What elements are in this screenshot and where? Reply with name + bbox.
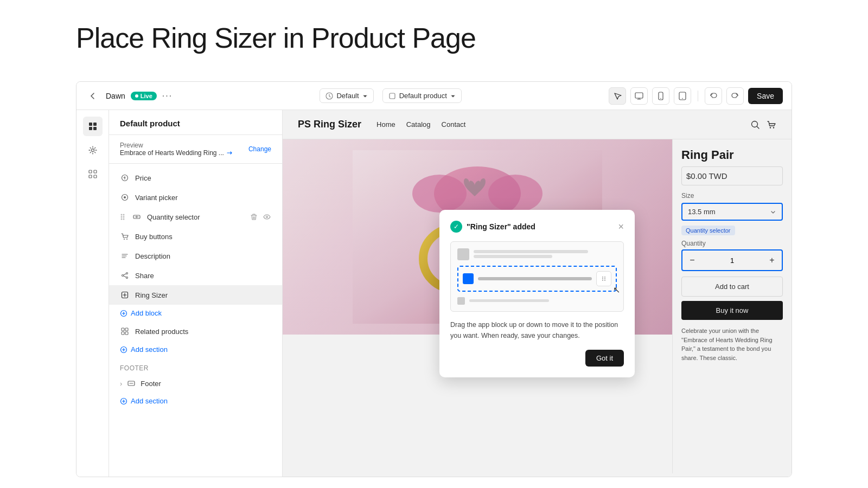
popup-check-icon: ✓ [450, 221, 462, 233]
svg-point-55 [604, 280, 605, 281]
variant-label: Variant picker [135, 194, 178, 202]
ring-sizer-icon [120, 290, 130, 300]
quantity-delete-button[interactable] [250, 213, 258, 221]
panel-item-share[interactable]: Share [109, 266, 282, 285]
svg-point-53 [604, 278, 605, 279]
default-product-label: Default product [399, 92, 447, 100]
desktop-view-button[interactable] [630, 87, 648, 105]
add-section-2-button[interactable]: Add section [109, 393, 282, 409]
svg-point-52 [602, 278, 603, 279]
panel-item-ring-sizer[interactable]: Ring Sizer [109, 285, 282, 305]
popup-footer: Got it [450, 350, 624, 367]
svg-point-21 [121, 216, 123, 218]
store-name: Dawn [106, 92, 125, 100]
popup-title: "Ring Sizer" added [467, 222, 535, 231]
popup-dialog: ✓ "Ring Sizer" added × [439, 210, 635, 377]
preview-label: Preview [120, 142, 233, 149]
related-icon [120, 326, 130, 336]
svg-rect-10 [93, 127, 97, 130]
svg-rect-15 [94, 175, 97, 178]
pp-line-2 [474, 255, 552, 258]
add-section-2-label: Add section [131, 397, 168, 405]
pp-line-group-1 [474, 250, 617, 258]
svg-rect-36 [122, 332, 124, 335]
preview-area: PS Ring Sizer Home Catalog Contact [283, 110, 792, 477]
svg-point-18 [124, 196, 126, 198]
footer-icon [126, 378, 136, 388]
popup-overlay: ✓ "Ring Sizer" added × [283, 110, 792, 477]
undo-button[interactable] [705, 87, 722, 105]
quantity-item-actions [250, 213, 271, 221]
panel-content: Price Variant picker [109, 164, 282, 477]
buy-icon [120, 232, 130, 241]
share-icon [120, 271, 130, 280]
live-label: Live [141, 93, 152, 99]
popup-preview-sub [457, 297, 617, 305]
ring-sizer-label: Ring Sizer [135, 291, 168, 299]
svg-point-30 [126, 277, 128, 279]
footer-label: Footer [141, 380, 161, 388]
panel-item-related[interactable]: Related products [109, 322, 282, 341]
buy-label: Buy buttons [135, 233, 173, 241]
panel-item-description[interactable]: Description [109, 246, 282, 266]
svg-rect-2 [635, 93, 643, 98]
redo-button[interactable] [726, 87, 744, 105]
mobile-view-button[interactable] [652, 87, 669, 105]
panel-item-quantity[interactable]: Quantity selector [109, 207, 282, 227]
quantity-label: Quantity selector [147, 213, 200, 221]
panel-title: Default product [120, 119, 271, 128]
preview-change-button[interactable]: Change [248, 145, 271, 153]
panel-item-price[interactable]: Price [109, 168, 282, 188]
pp-line-1 [474, 250, 588, 253]
page-title: Place Ring Sizer in Product Page [76, 22, 868, 54]
panel: Default product Preview Embrace of Heart… [109, 110, 283, 477]
icon-sidebar [76, 110, 109, 477]
svg-point-11 [91, 149, 94, 152]
svg-rect-1 [390, 93, 395, 99]
add-section-1-label: Add section [131, 345, 168, 354]
price-label: Price [135, 174, 151, 182]
sidebar-icon-settings[interactable] [83, 140, 103, 160]
default-dropdown[interactable]: Default [320, 88, 373, 103]
sidebar-icon-sections[interactable] [83, 117, 103, 136]
default-product-dropdown[interactable]: Default product [382, 88, 462, 103]
panel-item-variant[interactable]: Variant picker [109, 188, 282, 207]
topbar-right: Save [609, 87, 783, 105]
select-tool-button[interactable] [609, 87, 626, 105]
panel-preview: Preview Embrace of Hearts Wedding Ring .… [109, 135, 282, 164]
back-button[interactable] [85, 88, 100, 104]
svg-point-28 [126, 239, 127, 240]
svg-point-51 [604, 277, 605, 278]
topbar-center: Default Default product [179, 88, 602, 103]
topbar-left: Dawn Live ··· [85, 88, 173, 104]
editor-body: Default product Preview Embrace of Heart… [76, 110, 792, 477]
save-button[interactable]: Save [748, 88, 783, 104]
footer-toggle-icon: › [120, 380, 122, 388]
add-section-1-button[interactable]: Add section [109, 341, 282, 358]
pp-drag-handle[interactable] [596, 271, 611, 286]
pp-sm-square [457, 297, 465, 305]
quantity-drag-handle[interactable] [120, 213, 125, 221]
more-button[interactable]: ··· [162, 91, 173, 101]
quantity-visibility-button[interactable] [263, 213, 271, 221]
svg-point-4 [660, 98, 661, 99]
got-it-button[interactable]: Got it [585, 350, 624, 367]
popup-close-button[interactable]: × [618, 222, 624, 232]
live-badge: Live [131, 92, 157, 100]
svg-rect-8 [93, 123, 97, 126]
svg-point-6 [682, 98, 683, 99]
share-label: Share [135, 272, 154, 280]
quantity-icon [132, 212, 142, 222]
tablet-view-button[interactable] [674, 87, 691, 105]
popup-title-row: ✓ "Ring Sizer" added [450, 221, 535, 233]
variant-icon [120, 192, 130, 202]
add-block-button[interactable]: Add block [109, 305, 282, 322]
popup-preview-row-1 [457, 248, 617, 260]
svg-point-29 [126, 273, 128, 274]
sidebar-icon-apps[interactable] [83, 164, 103, 184]
panel-item-buy[interactable]: Buy buttons [109, 227, 282, 246]
toolbar-divider [698, 91, 698, 101]
panel-footer-item[interactable]: › Footer [109, 374, 282, 393]
svg-point-54 [602, 280, 603, 281]
svg-rect-37 [125, 332, 128, 335]
